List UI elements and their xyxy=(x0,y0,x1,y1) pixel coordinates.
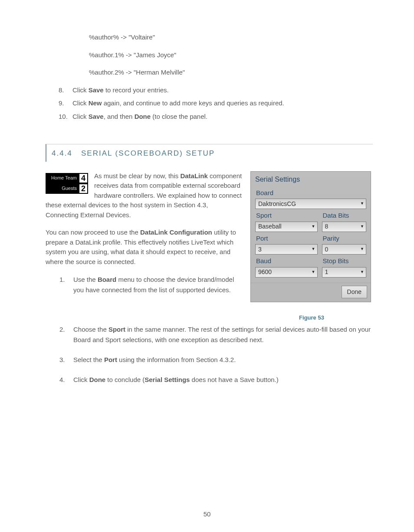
section-title: SERIAL (SCOREBOARD) SETUP xyxy=(81,149,215,157)
guests-score: 2 xyxy=(79,183,88,194)
stopbits-select[interactable]: 1 ▼ xyxy=(322,267,367,277)
home-team-label: Home Team xyxy=(46,174,79,182)
baud-value: 9600 xyxy=(258,268,272,277)
step-8: 8. Click Save to record your entries. xyxy=(59,85,373,95)
paragraph-1: Home Team 4 Guests 2 As must be clear by… xyxy=(46,171,243,220)
chevron-down-icon: ▼ xyxy=(360,224,364,230)
step-9: 9. Click New again, and continue to add … xyxy=(59,98,373,108)
step-2: 2. Choose the Sport in the same manner. … xyxy=(59,324,373,345)
chevron-down-icon: ▼ xyxy=(360,201,364,207)
step-4: 4. Click Done to conclude (Serial Settin… xyxy=(59,375,373,385)
step-1: 1. Use the Board menu to choose the devi… xyxy=(59,274,243,295)
home-team-score: 4 xyxy=(79,173,88,183)
section-number: 4.4.4 xyxy=(52,149,72,157)
scoreboard-image: Home Team 4 Guests 2 xyxy=(46,173,88,194)
step-text: Select the Port using the information fr… xyxy=(73,355,373,365)
step-number: 2. xyxy=(59,324,73,345)
step-number: 9. xyxy=(59,98,72,108)
databits-value: 8 xyxy=(325,222,329,231)
page-number: 50 xyxy=(0,509,414,519)
step-text: Click Save, and then Done (to close the … xyxy=(72,112,373,122)
sport-select[interactable]: Baseball ▼ xyxy=(255,222,318,232)
stopbits-label: Stop Bits xyxy=(322,255,367,267)
step-number: 10. xyxy=(59,112,72,122)
example-line-1: %author% -> "Voltaire" xyxy=(89,33,373,42)
databits-select[interactable]: 8 ▼ xyxy=(322,222,367,232)
port-select[interactable]: 3 ▼ xyxy=(255,244,318,255)
step-number: 8. xyxy=(59,85,72,95)
baud-select[interactable]: 9600 ▼ xyxy=(255,267,318,277)
chevron-down-icon: ▼ xyxy=(360,246,364,252)
board-label: Board xyxy=(255,186,366,199)
example-line-3: %author.2% -> "Herman Melville" xyxy=(89,68,373,78)
parity-select[interactable]: 0 ▼ xyxy=(322,244,367,255)
databits-label: Data Bits xyxy=(322,209,367,222)
baud-label: Baud xyxy=(255,255,318,267)
step-3: 3. Select the Port using the information… xyxy=(59,355,373,365)
step-text: Click New again, and continue to add mor… xyxy=(72,98,373,108)
step-number: 1. xyxy=(59,274,73,295)
step-text: Choose the Sport in the same manner. The… xyxy=(73,324,373,345)
panel-title: Serial Settings xyxy=(251,172,371,186)
section-heading: 4.4.4 SERIAL (SCOREBOARD) SETUP xyxy=(46,144,373,162)
figure-caption: Figure 53 xyxy=(250,313,373,322)
step-number: 4. xyxy=(59,375,73,385)
chevron-down-icon: ▼ xyxy=(312,246,315,252)
board-select[interactable]: DaktronicsCG ▼ xyxy=(255,199,366,209)
paragraph-2: You can now proceed to use the DataLink … xyxy=(46,228,243,267)
done-button[interactable]: Done xyxy=(342,286,367,298)
step-10: 10. Click Save, and then Done (to close … xyxy=(59,112,373,122)
port-value: 3 xyxy=(258,245,262,254)
chevron-down-icon: ▼ xyxy=(360,269,364,275)
sport-value: Baseball xyxy=(258,222,282,231)
parity-label: Parity xyxy=(322,232,367,245)
guests-label: Guests xyxy=(46,184,79,193)
chevron-down-icon: ▼ xyxy=(312,224,315,230)
chevron-down-icon: ▼ xyxy=(312,269,315,275)
board-value: DaktronicsCG xyxy=(258,199,296,209)
serial-settings-panel: Serial Settings Board DaktronicsCG ▼ Spo… xyxy=(250,171,371,302)
parity-value: 0 xyxy=(325,245,329,254)
stopbits-value: 1 xyxy=(325,268,329,277)
step-text: Click Done to conclude (Serial Settings … xyxy=(73,375,373,385)
step-number: 3. xyxy=(59,355,73,365)
sport-label: Sport xyxy=(255,209,318,222)
step-text: Click Save to record your entries. xyxy=(72,85,373,95)
port-label: Port xyxy=(255,232,318,245)
step-text: Use the Board menu to choose the device … xyxy=(73,274,243,295)
example-line-2: %author.1% -> "James Joyce" xyxy=(89,50,373,60)
